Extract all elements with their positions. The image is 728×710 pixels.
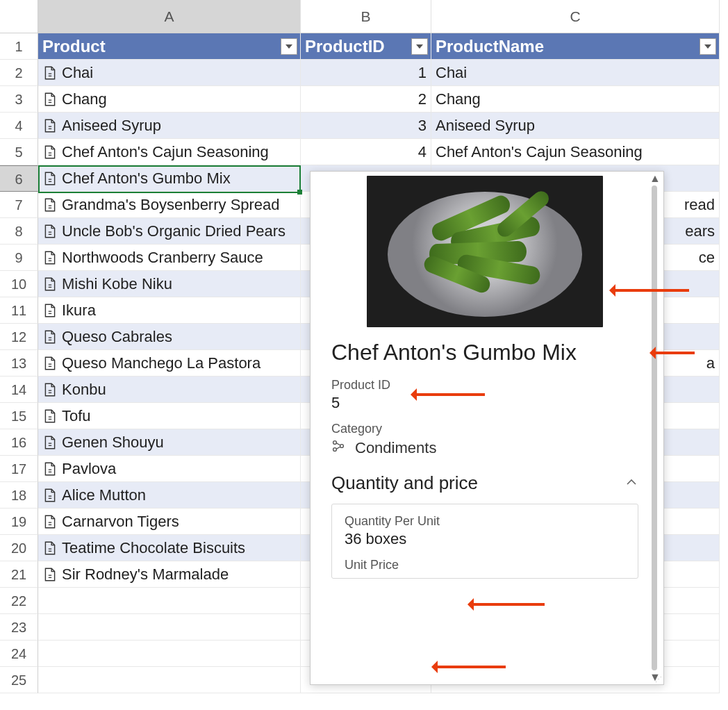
cell-empty[interactable] <box>38 667 301 693</box>
cell-product[interactable]: Northwoods Cranberry Sauce <box>38 245 301 271</box>
row-header-21[interactable]: 21 <box>0 561 38 588</box>
select-all-corner[interactable] <box>0 0 38 33</box>
cell-product[interactable]: Teatime Chocolate Biscuits <box>38 535 301 561</box>
row-header-3[interactable]: 3 <box>0 86 38 113</box>
data-type-icon[interactable] <box>44 514 56 529</box>
cell-product[interactable]: Mishi Kobe Niku <box>38 271 301 297</box>
cell-product[interactable]: Chai <box>38 60 301 86</box>
cell-empty[interactable] <box>38 614 301 641</box>
row-header-1[interactable]: 1 <box>0 33 38 60</box>
row-header-2[interactable]: 2 <box>0 60 38 86</box>
cell-product[interactable]: Carnarvon Tigers <box>38 509 301 535</box>
row-header-25[interactable]: 25 <box>0 667 38 693</box>
cell-product[interactable]: Tofu <box>38 403 301 429</box>
cell-product[interactable]: Pavlova <box>38 456 301 482</box>
data-type-icon[interactable] <box>44 276 56 292</box>
data-type-icon[interactable] <box>44 92 56 107</box>
cell-empty[interactable] <box>38 588 301 614</box>
cell-productid[interactable]: 3 <box>301 113 431 139</box>
data-type-icon[interactable] <box>44 408 56 424</box>
row-header-8[interactable]: 8 <box>0 218 38 245</box>
data-type-icon[interactable] <box>44 488 56 503</box>
row-header-9[interactable]: 9 <box>0 245 38 271</box>
row-header-14[interactable]: 14 <box>0 377 38 403</box>
cell-product-text: Alice Mutton <box>62 486 146 504</box>
cell-product[interactable]: Sir Rodney's Marmalade <box>38 561 301 588</box>
data-type-icon[interactable] <box>44 118 56 133</box>
cell-product[interactable]: Grandma's Boysenberry Spread <box>38 192 301 218</box>
row-header-12[interactable]: 12 <box>0 324 38 350</box>
data-type-icon[interactable] <box>44 435 56 450</box>
row-header-22[interactable]: 22 <box>0 588 38 614</box>
cell-product[interactable]: Queso Cabrales <box>38 324 301 350</box>
data-type-icon[interactable] <box>44 171 56 186</box>
cell-product-text: Tofu <box>62 407 91 425</box>
cell-product[interactable]: Chang <box>38 86 301 113</box>
data-type-icon[interactable] <box>44 356 56 371</box>
resize-grip-icon[interactable]: ⋰ <box>655 675 661 683</box>
filter-button-productname[interactable] <box>700 38 716 55</box>
card-field-value-category[interactable]: Condiments <box>355 439 436 457</box>
cell-product[interactable]: Chef Anton's Cajun Seasoning <box>38 139 301 165</box>
row-header-13[interactable]: 13 <box>0 350 38 377</box>
row-header-17[interactable]: 17 <box>0 456 38 482</box>
row-header-15[interactable]: 15 <box>0 403 38 429</box>
card-field-value-productid: 5 <box>331 394 638 412</box>
column-header-b[interactable]: B <box>301 0 431 33</box>
cell-product-text: Pavlova <box>62 460 116 478</box>
filter-button-productid[interactable] <box>411 38 428 55</box>
cell-productname[interactable]: Aniseed Syrup <box>431 113 720 139</box>
row-header-19[interactable]: 19 <box>0 509 38 535</box>
cell-product[interactable]: Queso Manchego La Pastora <box>38 350 301 377</box>
data-type-icon[interactable] <box>44 224 56 239</box>
cell-product[interactable]: Chef Anton's Gumbo Mix <box>38 165 301 192</box>
data-type-icon[interactable] <box>44 382 56 397</box>
row-header-16[interactable]: 16 <box>0 429 38 456</box>
cell-product-text: Sir Rodney's Marmalade <box>62 565 229 584</box>
data-type-icon[interactable] <box>44 461 56 477</box>
data-type-icon[interactable] <box>44 329 56 345</box>
data-type-icon[interactable] <box>44 145 56 160</box>
table-header-product[interactable]: Product <box>38 33 301 60</box>
cell-productid[interactable]: 4 <box>301 139 431 165</box>
table-header-productid[interactable]: ProductID <box>301 33 431 60</box>
cell-product[interactable]: Alice Mutton <box>38 482 301 509</box>
data-type-icon[interactable] <box>44 250 56 265</box>
column-header-a[interactable]: A <box>38 0 301 33</box>
row-header-6[interactable]: 6 <box>0 165 38 192</box>
cell-productname[interactable]: Chai <box>431 60 720 86</box>
cell-product[interactable]: Ikura <box>38 297 301 324</box>
cell-productid[interactable]: 1 <box>301 60 431 86</box>
cell-product-text: Chai <box>62 64 93 82</box>
column-header-c[interactable]: C <box>431 0 720 33</box>
card-section-header[interactable]: Quantity and price <box>331 472 638 494</box>
data-type-icon[interactable] <box>44 197 56 213</box>
cell-productid[interactable]: 2 <box>301 86 431 113</box>
data-type-icon[interactable] <box>44 567 56 582</box>
cell-product[interactable]: Aniseed Syrup <box>38 113 301 139</box>
scroll-thumb[interactable] <box>652 185 657 670</box>
row-header-20[interactable]: 20 <box>0 535 38 561</box>
data-type-icon[interactable] <box>44 65 56 81</box>
row-header-7[interactable]: 7 <box>0 192 38 218</box>
card-field-label-category: Category <box>331 422 638 436</box>
cell-empty[interactable] <box>38 641 301 667</box>
row-header-24[interactable]: 24 <box>0 641 38 667</box>
row-header-23[interactable]: 23 <box>0 614 38 641</box>
cell-product[interactable]: Uncle Bob's Organic Dried Pears <box>38 218 301 245</box>
row-header-10[interactable]: 10 <box>0 271 38 297</box>
row-header-11[interactable]: 11 <box>0 297 38 324</box>
scroll-up-icon[interactable]: ▲ <box>648 173 662 184</box>
cell-productname[interactable]: Chang <box>431 86 720 113</box>
row-header-18[interactable]: 18 <box>0 482 38 509</box>
cell-product[interactable]: Genen Shouyu <box>38 429 301 456</box>
cell-product[interactable]: Konbu <box>38 377 301 403</box>
cell-productname[interactable]: Chef Anton's Cajun Seasoning <box>431 139 720 165</box>
card-scrollbar[interactable]: ▲ ▼ <box>648 173 662 683</box>
row-header-5[interactable]: 5 <box>0 139 38 165</box>
row-header-4[interactable]: 4 <box>0 113 38 139</box>
data-type-icon[interactable] <box>44 540 56 556</box>
table-header-productname[interactable]: ProductName <box>431 33 720 60</box>
filter-button-product[interactable] <box>281 38 297 55</box>
data-type-icon[interactable] <box>44 303 56 318</box>
